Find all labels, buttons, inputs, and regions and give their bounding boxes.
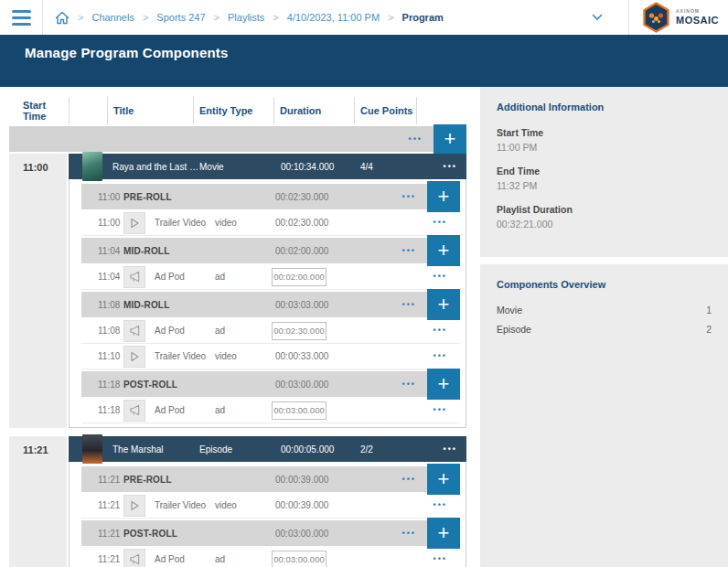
component-item-row[interactable]: 11:08Ad Podad••• <box>81 318 460 344</box>
item-duration-cell <box>275 551 348 567</box>
section-heading: Additional Information <box>497 102 712 112</box>
user-menu-chevron-button[interactable] <box>566 14 628 21</box>
duration-input[interactable] <box>272 268 327 286</box>
ellipsis-icon: ••• <box>434 218 447 227</box>
component-group-row[interactable]: 11:18POST-ROLL00:03:00.000•••+ <box>81 371 460 397</box>
group-duration: 00:02:00.000 <box>275 246 348 256</box>
component-group-row[interactable]: 11:21POST-ROLL00:03:00.000•••+ <box>81 520 460 546</box>
item-duration-cell: 00:00:39.000 <box>275 500 348 510</box>
time-label: 11:21 <box>98 554 123 564</box>
breadcrumb-item-channels[interactable]: Channels <box>91 12 134 23</box>
group-more-actions-button[interactable]: ••• <box>401 377 418 392</box>
top-header-bar: >Channels>Sports 247>Playlists>4/10/2023… <box>0 0 728 35</box>
column-header-title: Title <box>107 97 193 124</box>
item-more-actions-button[interactable]: ••• <box>432 323 449 338</box>
field-label: Playlist Duration <box>497 204 712 215</box>
component-item-row[interactable]: 11:21Trailer Videovideo00:00:39.000••• <box>81 493 460 519</box>
time-label: 11:00 <box>98 192 123 202</box>
group-duration: 00:03:00.000 <box>275 380 348 390</box>
hamburger-menu-button[interactable] <box>0 0 42 35</box>
add-program-button[interactable]: + <box>434 124 466 154</box>
component-item-row[interactable]: 11:18Ad Podad••• <box>81 398 460 423</box>
program-more-actions-button[interactable]: ••• <box>442 159 459 175</box>
program-group-body: The MarshalEpisode00:00:05.0002/2•••11:2… <box>69 436 466 567</box>
brand-logo: AXINOM MOSAIC <box>629 2 728 33</box>
ellipsis-icon: ••• <box>434 326 447 335</box>
breadcrumb-item-playlists[interactable]: Playlists <box>228 12 264 23</box>
component-item-row[interactable]: 11:04Ad Podad••• <box>81 264 460 290</box>
overview-count: 2 <box>706 324 712 335</box>
program-more-actions-button[interactable]: ••• <box>442 442 459 457</box>
ellipsis-icon: ••• <box>402 380 416 389</box>
time-label: 11:21 <box>98 529 123 539</box>
group-more-actions-button[interactable]: ••• <box>401 472 418 487</box>
program-row[interactable]: The MarshalEpisode00:00:05.0002/2••• <box>69 436 466 462</box>
breadcrumb-item-sports-247[interactable]: Sports 247 <box>156 12 205 23</box>
the-marshal-poster <box>82 434 102 464</box>
breadcrumb-item-4-10-2023-11-00-pm[interactable]: 4/10/2023, 11:00 PM <box>287 12 380 23</box>
brand-name-top: AXINOM <box>676 9 719 14</box>
item-more-actions-button[interactable]: ••• <box>432 551 449 567</box>
component-group-row[interactable]: 11:21PRE-ROLL00:00:39.000•••+ <box>81 466 460 492</box>
group-label: PRE-ROLL <box>123 475 275 485</box>
column-header-cue-points: Cue Points <box>354 97 416 124</box>
program-cue-points: 2/2 <box>360 444 442 455</box>
ellipsis-icon: ••• <box>434 272 447 281</box>
item-title: Ad Pod <box>155 554 206 564</box>
group-more-actions-button[interactable]: ••• <box>401 526 418 541</box>
add-component-button[interactable]: + <box>427 518 460 549</box>
group-more-actions-button[interactable]: ••• <box>401 243 418 259</box>
add-component-button[interactable]: + <box>427 464 460 495</box>
breadcrumb-separator: > <box>78 12 83 23</box>
item-more-actions-button[interactable]: ••• <box>432 402 449 418</box>
home-icon <box>55 11 70 25</box>
time-label: 11:21 <box>98 500 123 510</box>
ellipsis-icon: ••• <box>402 192 416 201</box>
duration-input[interactable] <box>272 322 327 340</box>
add-component-button[interactable]: + <box>427 369 460 400</box>
group-more-actions-button[interactable]: ••• <box>401 297 418 313</box>
time-label: 11:18 <box>98 380 123 390</box>
ellipsis-icon: ••• <box>434 405 447 414</box>
chevron-down-icon <box>592 14 603 21</box>
component-group-row[interactable]: 11:08MID-ROLL00:03:03.000•••+ <box>81 292 460 317</box>
item-title: Ad Pod <box>155 405 206 415</box>
program-duration: 00:00:05.000 <box>281 444 360 455</box>
breadcrumb-separator: > <box>143 12 148 23</box>
component-group-row[interactable]: 11:00PRE-ROLL00:02:30.000•••+ <box>81 184 460 209</box>
add-component-button[interactable]: + <box>427 235 460 266</box>
item-more-actions-button[interactable]: ••• <box>432 269 449 284</box>
info-field: End Time11:32 PM <box>497 166 712 191</box>
component-group-row[interactable]: 11:04MID-ROLL00:02:00.000•••+ <box>81 238 460 263</box>
home-link[interactable] <box>55 11 70 25</box>
plus-icon: + <box>438 294 450 315</box>
ellipsis-icon: ••• <box>409 134 423 144</box>
ellipsis-icon: ••• <box>434 500 447 509</box>
item-more-actions-button[interactable]: ••• <box>432 215 449 230</box>
playlist-more-actions-button[interactable]: ••• <box>407 132 424 147</box>
brand-name: MOSAIC <box>676 16 719 26</box>
item-duration-cell: 00:02:30.000 <box>275 218 348 228</box>
duration-input[interactable] <box>272 401 327 420</box>
component-item-row[interactable]: 11:10Trailer Videovideo00:00:33.000••• <box>81 344 460 369</box>
plus-icon: + <box>438 187 450 207</box>
megaphone-ad-icon <box>123 400 145 422</box>
program-row[interactable]: Raya and the Last Dr...Movie00:10:34.000… <box>69 154 466 179</box>
megaphone-ad-icon <box>123 320 145 342</box>
group-more-actions-button[interactable]: ••• <box>401 189 418 205</box>
component-item-row[interactable]: 11:00Trailer Videovideo00:02:30.000••• <box>81 210 460 236</box>
item-entity-type: ad <box>215 326 275 336</box>
ellipsis-icon: ••• <box>444 444 457 454</box>
add-component-button[interactable]: + <box>427 181 460 212</box>
add-component-button[interactable]: + <box>427 289 460 320</box>
plus-icon: + <box>444 129 456 149</box>
group-duration: 00:00:39.000 <box>275 475 348 485</box>
play-icon <box>123 212 145 234</box>
component-item-row[interactable]: 11:21Ad Podad••• <box>81 547 460 567</box>
start-time-label: 11:21 <box>23 444 48 455</box>
item-more-actions-button[interactable]: ••• <box>432 348 449 364</box>
item-more-actions-button[interactable]: ••• <box>432 497 449 513</box>
group-duration: 00:03:03.000 <box>275 300 348 310</box>
duration-input[interactable] <box>272 551 327 567</box>
info-field: Playlist Duration00:32:21.000 <box>497 204 712 230</box>
